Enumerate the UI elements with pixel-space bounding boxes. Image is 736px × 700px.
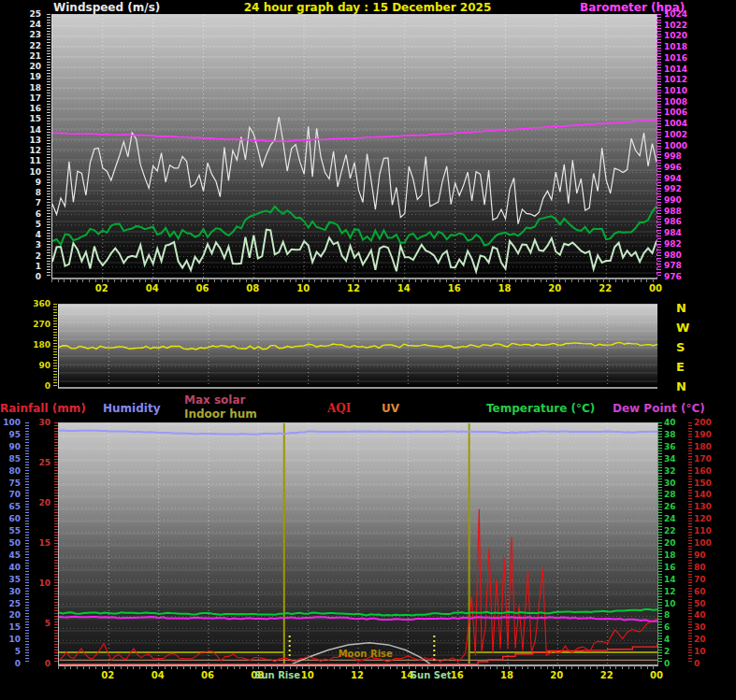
axis-tick-label: 7	[0, 199, 41, 207]
time-label: 00	[645, 670, 668, 680]
axis-tick-label: 1024	[664, 10, 694, 19]
temperature-label: Temperature (°C)	[486, 402, 595, 415]
axis-tick-label: 100	[694, 539, 718, 548]
barometer-axis-labels: 1024102210201018101610141012101010081006…	[664, 14, 696, 277]
axis-tick-label: 34	[664, 455, 683, 464]
axis-tick-label: 20	[664, 539, 683, 548]
axis-tick-label: 160	[694, 467, 718, 476]
axis-tick-label: 984	[664, 229, 694, 237]
axis-tick-label: 3	[0, 241, 41, 250]
wind-direction-chart	[58, 304, 657, 389]
axis-tick-label: 4	[0, 231, 41, 239]
axis-tick-label: 0	[0, 660, 21, 668]
axis-tick-label: 40	[664, 419, 683, 427]
axis-tick-label: 85	[0, 455, 21, 464]
axis-tick-label: 30	[30, 419, 51, 427]
axis-tick-label: 0	[694, 660, 718, 668]
annotation-moon-rise: Moon Rise	[339, 649, 393, 659]
indoor-hum-label: Indoor hum	[184, 407, 257, 421]
axis-tick-label: 190	[694, 431, 718, 439]
axis-tick-label: 22	[664, 527, 683, 536]
axis-tick-label: 25	[30, 459, 51, 467]
temperature-axis-ticks	[658, 422, 662, 664]
axis-tick-label: 1002	[664, 131, 694, 139]
axis-tick-label: 14	[664, 576, 683, 584]
axis-tick-label: 200	[694, 419, 718, 427]
windspeed-axis-ticks	[47, 14, 51, 277]
axis-tick-label: 8	[664, 611, 683, 620]
axis-tick-label: 180	[7, 341, 51, 350]
axis-tick-label: 21	[0, 52, 41, 61]
compass-letter-n-4: N	[676, 379, 686, 393]
axis-tick-label: 110	[694, 527, 718, 536]
humidity-axis-ticks	[25, 422, 29, 664]
axis-tick-label: 996	[664, 164, 694, 172]
wind-direction-axis-labels: 360270180900	[7, 304, 52, 386]
axis-tick-label: 45	[0, 551, 21, 560]
top-time-axis-ticks	[51, 279, 656, 282]
compass-letters: NWSEN	[676, 304, 695, 386]
axis-tick-label: 75	[0, 479, 21, 488]
time-label: 14	[393, 283, 415, 293]
axis-tick-label: 0	[0, 273, 41, 281]
windspeed-axis-labels: 2524232221201918171615141312111098765432…	[0, 14, 43, 277]
axis-tick-label: 40	[694, 611, 718, 620]
axis-tick-label: 25	[0, 10, 41, 19]
axis-tick-label: 36	[664, 443, 683, 451]
axis-tick-label: 10	[0, 168, 41, 177]
time-label: 00	[644, 283, 667, 293]
time-label: 10	[296, 670, 319, 680]
axis-tick-label: 5	[0, 221, 41, 229]
time-label: 20	[545, 670, 568, 680]
axis-tick-label: 18	[664, 551, 683, 560]
time-label: 02	[96, 670, 119, 680]
time-label: 22	[594, 283, 616, 293]
axis-tick-label: 1008	[664, 98, 694, 107]
humidity-axis-labels: 1009590858075706560555045403530252015105…	[0, 422, 22, 664]
axis-tick-label: 976	[664, 273, 694, 281]
axis-tick-label: 19	[0, 73, 41, 81]
axis-tick-label: 20	[694, 636, 718, 644]
axis-tick-label: 150	[694, 479, 718, 488]
top-time-labels: 020406081012141618202200	[51, 283, 656, 296]
solar-axis-labels: 2001901801701601501401301201101009080706…	[694, 422, 720, 664]
rain-humidity-aqi-temp-chart: Moon Rise	[58, 422, 658, 666]
axis-tick-label: 1016	[664, 54, 694, 63]
axis-tick-label: 0	[7, 382, 51, 391]
axis-tick-label: 982	[664, 240, 694, 249]
compass-letter-n-0: N	[676, 301, 686, 315]
axis-tick-label: 50	[694, 600, 718, 608]
axis-tick-label: 1	[0, 263, 41, 271]
axis-tick-label: 5	[30, 620, 51, 628]
axis-tick-label: 30	[0, 588, 21, 596]
axis-tick-label: 80	[0, 467, 21, 476]
compass-letter-e-3: E	[676, 360, 685, 374]
axis-tick-label: 2	[664, 648, 683, 656]
time-label: 10	[292, 283, 314, 293]
axis-tick-label: 14	[0, 126, 41, 135]
axis-tick-label: 40	[0, 564, 21, 572]
bottom-time-labels: 02040608Sun Rise101214Sun Set1618202200	[58, 670, 657, 683]
axis-tick-label: 20	[0, 611, 21, 620]
uv-label: UV	[382, 402, 399, 415]
time-label: 22	[596, 670, 618, 680]
graph-date-title: 24 hour graph day : 15 December 2025	[244, 1, 491, 14]
axis-tick-label: 1018	[664, 43, 694, 51]
axis-tick-label: 60	[694, 588, 718, 596]
axis-tick-label: 988	[664, 207, 694, 216]
axis-tick-label: 170	[694, 455, 718, 464]
axis-tick-label: 20	[0, 63, 41, 71]
axis-tick-label: 992	[664, 185, 694, 193]
axis-tick-label: 100	[0, 419, 21, 427]
time-label: 16	[443, 283, 466, 293]
axis-tick-label: 0	[664, 660, 683, 668]
axis-tick-label: 50	[0, 539, 21, 548]
time-label: 06	[196, 670, 219, 680]
axis-tick-label: 270	[7, 321, 51, 329]
axis-tick-label: 35	[0, 576, 21, 584]
axis-tick-label: 10	[694, 648, 718, 656]
axis-tick-label: 90	[0, 443, 21, 451]
axis-tick-label: 70	[694, 576, 718, 584]
axis-tick-label: 28	[664, 491, 683, 499]
humidity-label: Humidity	[103, 402, 160, 415]
